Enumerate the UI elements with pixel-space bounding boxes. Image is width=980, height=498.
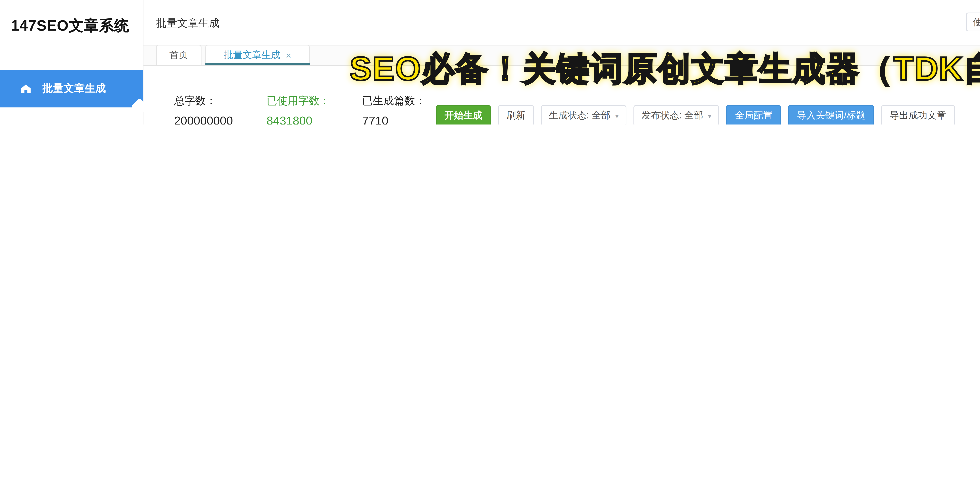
stat-label: 已生成篇数： [362, 94, 426, 108]
stat-value: 200000000 [174, 114, 233, 124]
close-tab-icon[interactable]: × [286, 50, 291, 61]
import-keywords-button[interactable]: 导入关键词/标题 [788, 105, 874, 124]
tab-batch-article[interactable]: 批量文章生成 × [205, 45, 310, 65]
stat-label: 总字数： [174, 94, 233, 108]
sidebar-item-1[interactable]: 批量文章生成 [0, 70, 143, 107]
export-success-button[interactable]: 导出成功文章 [881, 105, 955, 124]
generate-status-select[interactable]: 生成状态: 全部▾ [541, 105, 627, 124]
tab-batch-article-label: 批量文章生成 [224, 49, 280, 62]
publish-status-select[interactable]: 发布状态: 全部▾ [634, 105, 719, 124]
tab-bar: 首页 批量文章生成 × [143, 45, 980, 66]
stat-generated-count: 已生成篇数： 7710 [362, 94, 426, 124]
stat-used-words: 已使用字数： 8431800 [267, 94, 330, 124]
refresh-button[interactable]: 刷新 [498, 105, 534, 124]
tab-home[interactable]: 首页 [156, 45, 202, 65]
stat-total-words: 总字数： 200000000 [174, 94, 233, 124]
breadcrumb: 批量文章生成 [156, 16, 220, 30]
start-generate-button[interactable]: 开始生成 [436, 105, 491, 124]
active-tab-underline [205, 63, 310, 65]
sidebar: 147SEO文章系统 批量文章生成 批量站点管理 实时关键词挖掘 账户管理 [0, 0, 143, 124]
app-window: 147SEO文章系统 批量文章生成 批量站点管理 实时关键词挖掘 账户管理 批量… [0, 0, 980, 124]
chevron-down-icon: ▾ [708, 112, 711, 119]
sidebar-item-label: 批量文章生成 [42, 81, 106, 95]
stat-label: 已使用字数： [267, 94, 330, 108]
home-icon [20, 82, 32, 95]
stat-value: 7710 [362, 114, 426, 124]
chevron-down-icon: ▾ [615, 112, 619, 119]
stat-value: 8431800 [267, 114, 330, 124]
tab-home-label: 首页 [169, 49, 188, 62]
tutorial-button[interactable]: 使用教程 [966, 13, 980, 31]
global-config-button[interactable]: 全局配置 [726, 105, 781, 124]
app-logo: 147SEO文章系统 [11, 16, 129, 36]
toolbar: 开始生成 刷新 生成状态: 全部▾ 发布状态: 全部▾ 全局配置 导入关键词/标… [436, 105, 955, 124]
top-header: 批量文章生成 使用教程 联系客服 65e4811dfb644f6 [143, 0, 980, 46]
